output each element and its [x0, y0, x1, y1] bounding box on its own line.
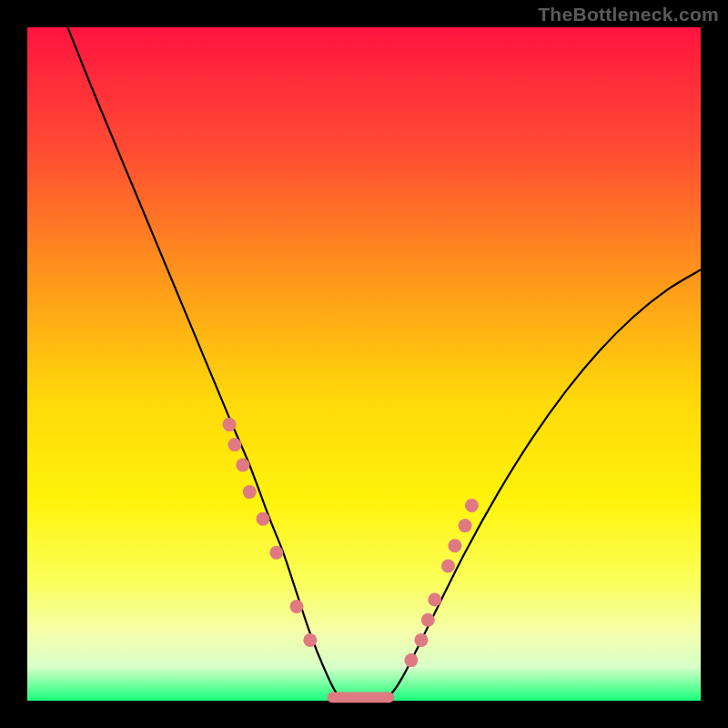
bottleneck-curve-line: [67, 27, 701, 702]
chart-curve-layer: [27, 27, 701, 701]
curve-marker: [236, 459, 249, 472]
flat-minimum-bar: [327, 692, 394, 703]
curve-marker: [421, 613, 435, 627]
curve-marker: [465, 499, 479, 512]
curve-marker: [448, 539, 461, 552]
flat-minimum-segment: [327, 692, 394, 703]
curve-marker: [404, 653, 418, 667]
curve-marker: [223, 418, 237, 431]
bottleneck-curve: [67, 27, 701, 702]
curve-marker: [257, 512, 270, 526]
curve-marker: [243, 485, 257, 499]
curve-marker: [428, 593, 441, 607]
curve-marker: [269, 546, 283, 560]
curve-marker: [290, 600, 304, 613]
curve-marker: [228, 438, 241, 451]
curve-marker: [459, 519, 472, 532]
curve-marker: [441, 560, 455, 573]
curve-marker: [414, 633, 428, 647]
watermark-text: TheBottleneck.com: [538, 4, 719, 25]
curve-markers: [223, 418, 479, 667]
curve-marker: [303, 633, 317, 647]
